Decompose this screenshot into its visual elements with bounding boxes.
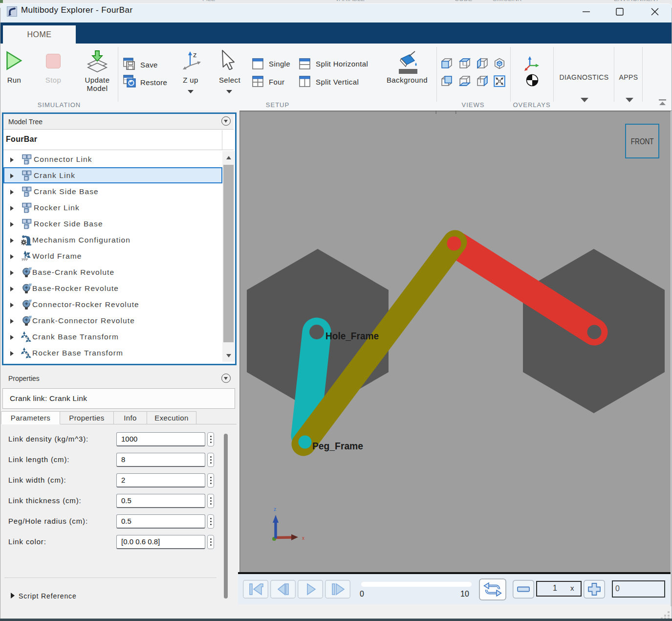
- svg-text:FRONT: FRONT: [631, 137, 654, 146]
- svg-text:Hole_Frame: Hole_Frame: [325, 330, 379, 341]
- svg-text:z: z: [193, 51, 197, 59]
- svg-text:z: z: [274, 507, 276, 512]
- svg-text:x: x: [302, 535, 304, 541]
- svg-text:Peg_Frame: Peg_Frame: [312, 440, 363, 451]
